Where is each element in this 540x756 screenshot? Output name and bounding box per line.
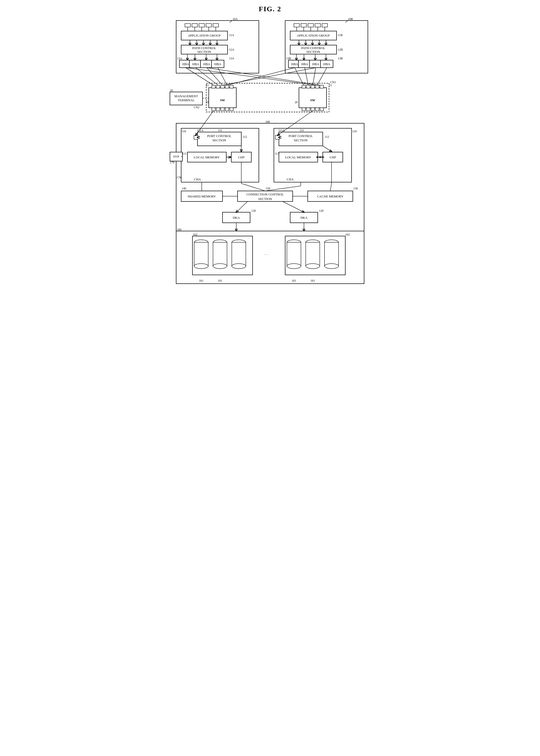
svg-text:APPLICATION GROUP: APPLICATION GROUP <box>188 34 220 37</box>
svg-point-217 <box>232 264 246 269</box>
svg-text:CN2: CN2 <box>194 105 200 109</box>
svg-text:150: 150 <box>266 187 270 190</box>
svg-text:113: 113 <box>275 152 279 155</box>
svg-rect-5 <box>199 24 204 27</box>
svg-rect-89 <box>212 108 215 111</box>
svg-rect-4 <box>192 24 198 27</box>
svg-text:10B: 10B <box>348 17 353 21</box>
svg-rect-7 <box>213 24 218 27</box>
svg-text:162: 162 <box>345 233 350 236</box>
svg-point-229 <box>325 264 338 269</box>
svg-text:PATH CONTROL: PATH CONTROL <box>192 46 216 50</box>
svg-rect-164 <box>275 135 279 139</box>
svg-text:SHARED MEMORY: SHARED MEMORY <box>188 194 216 198</box>
svg-rect-105 <box>311 108 315 111</box>
svg-rect-140 <box>194 135 198 139</box>
svg-text:DKA: DKA <box>300 216 308 219</box>
svg-text:13B: 13B <box>338 57 343 60</box>
svg-text:120: 120 <box>319 209 324 212</box>
svg-text:HBA: HBA <box>301 62 308 66</box>
svg-text:11B: 11B <box>338 33 343 37</box>
svg-point-211 <box>194 264 208 269</box>
svg-text:SW: SW <box>220 98 225 102</box>
svg-text:11A: 11A <box>229 33 234 37</box>
svg-text:12A: 12A <box>229 48 234 52</box>
svg-text:20: 20 <box>206 100 209 104</box>
svg-text:HBA: HBA <box>323 62 330 66</box>
svg-text:CONNECTION CONTROL: CONNECTION CONTROL <box>246 192 284 196</box>
svg-rect-6 <box>206 24 211 27</box>
svg-text:SECTION: SECTION <box>258 197 272 201</box>
svg-rect-47 <box>315 24 321 27</box>
svg-text:30: 30 <box>170 89 173 92</box>
svg-rect-101 <box>316 85 319 88</box>
svg-text:LOCAL MEMORY: LOCAL MEMORY <box>285 155 311 159</box>
svg-text:SECTION: SECTION <box>212 138 226 142</box>
svg-text:HBA: HBA <box>203 62 210 66</box>
svg-text:10A: 10A <box>232 17 238 21</box>
svg-rect-46 <box>308 24 314 27</box>
diagram: 10A APPLICATION GROUP 11A <box>162 18 378 304</box>
svg-text:PORT CONTROL: PORT CONTROL <box>207 134 231 138</box>
svg-text:111: 111 <box>218 129 222 132</box>
svg-text:PATH CONTROL: PATH CONTROL <box>301 46 325 50</box>
svg-text:CHA: CHA <box>287 178 294 181</box>
svg-rect-100 <box>311 85 315 88</box>
svg-rect-96 <box>299 88 327 108</box>
svg-text:130: 130 <box>353 187 358 190</box>
svg-text:111A: 111A <box>278 129 285 132</box>
svg-text:170: 170 <box>170 161 175 164</box>
svg-text:161: 161 <box>311 279 315 282</box>
svg-point-226 <box>306 264 320 269</box>
svg-rect-104 <box>307 108 310 111</box>
svg-rect-45 <box>301 24 307 27</box>
svg-rect-102 <box>320 85 324 88</box>
svg-rect-106 <box>316 108 319 111</box>
svg-text:MANAGEMENT: MANAGEMENT <box>175 94 198 98</box>
svg-point-223 <box>287 264 301 269</box>
svg-text:HBA: HBA <box>312 62 319 66</box>
svg-text:SECTION: SECTION <box>306 50 320 54</box>
svg-text:21: 21 <box>329 83 332 87</box>
svg-text:DKA: DKA <box>232 216 240 219</box>
svg-text:161: 161 <box>199 279 203 282</box>
svg-text:140: 140 <box>182 187 186 190</box>
svg-rect-90 <box>216 108 220 111</box>
svg-text:161: 161 <box>218 279 222 282</box>
svg-text:21: 21 <box>206 83 209 87</box>
svg-text:13A: 13A <box>229 57 234 60</box>
svg-text:. . .: . . . <box>264 252 268 256</box>
svg-text:TERMINAL: TERMINAL <box>178 98 195 102</box>
svg-rect-87 <box>225 85 229 88</box>
svg-text:LOCAL MEMORY: LOCAL MEMORY <box>194 155 220 159</box>
svg-rect-222 <box>287 242 301 266</box>
svg-rect-92 <box>225 108 229 111</box>
svg-text:20: 20 <box>295 100 298 104</box>
svg-text:CACHE MEMORY: CACHE MEMORY <box>317 194 343 198</box>
svg-text:13A: 13A <box>177 57 182 60</box>
svg-rect-225 <box>306 242 320 266</box>
svg-text:162: 162 <box>193 233 198 236</box>
svg-rect-3 <box>185 24 191 27</box>
svg-rect-228 <box>325 242 338 266</box>
svg-text:112: 112 <box>325 135 329 139</box>
svg-text:100: 100 <box>265 120 270 124</box>
svg-text:PORT CONTROL: PORT CONTROL <box>288 134 313 138</box>
svg-rect-85 <box>216 85 220 88</box>
svg-text:APPLICATION GROUP: APPLICATION GROUP <box>297 34 330 37</box>
svg-text:110: 110 <box>182 130 186 133</box>
svg-rect-98 <box>302 85 306 88</box>
svg-rect-213 <box>213 242 227 266</box>
svg-text:SW: SW <box>310 98 315 102</box>
svg-point-214 <box>213 264 227 269</box>
svg-rect-107 <box>320 108 324 111</box>
svg-text:CHP: CHP <box>330 155 336 159</box>
svg-text:HBA: HBA <box>214 62 221 66</box>
svg-rect-210 <box>194 242 208 266</box>
svg-rect-88 <box>230 85 233 88</box>
svg-rect-93 <box>230 108 233 111</box>
svg-text:CHP: CHP <box>238 155 244 159</box>
svg-rect-86 <box>221 85 224 88</box>
svg-rect-82 <box>209 88 236 108</box>
svg-text:CHA: CHA <box>194 178 201 181</box>
